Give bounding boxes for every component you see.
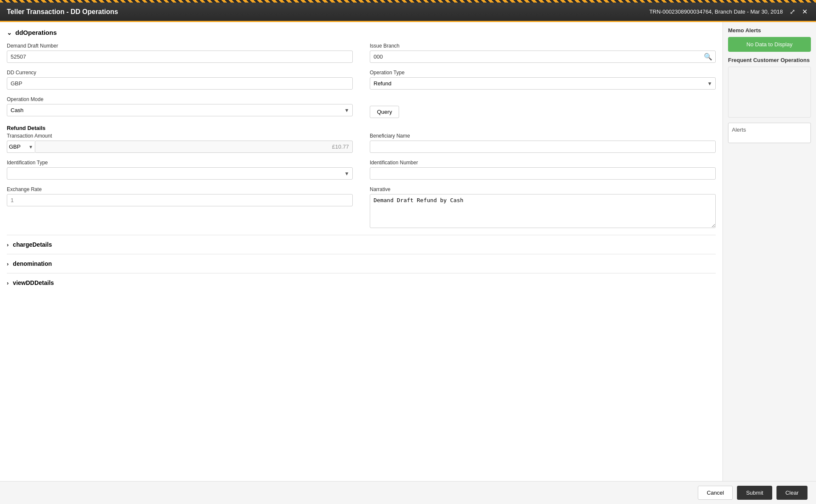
dd-operations-title: ddOperations: [15, 29, 57, 36]
view-dd-details-header[interactable]: › viewDDDetails: [7, 279, 716, 286]
title-bar-right: TRN-0002308900034764, Branch Date - Mar …: [649, 7, 809, 17]
submit-button[interactable]: Submit: [737, 486, 772, 500]
denomination-section: › denomination: [7, 254, 716, 273]
memo-alerts-title: Memo Alerts: [728, 27, 811, 34]
query-button[interactable]: Query: [370, 106, 399, 118]
identification-type-label: Identification Type: [7, 160, 353, 166]
denomination-chevron-icon: ›: [7, 261, 8, 267]
dd-currency-label: DD Currency: [7, 70, 353, 76]
exchange-rate-field: Exchange Rate: [7, 186, 353, 228]
identification-type-field: Identification Type Passport Driver Lice…: [7, 160, 353, 180]
search-icon[interactable]: 🔍: [704, 53, 712, 61]
denomination-header[interactable]: › denomination: [7, 260, 716, 267]
denomination-label: denomination: [13, 260, 52, 267]
demand-draft-number-field: Demand Draft Number: [7, 43, 353, 63]
frequent-ops-section: Frequent Customer Operations: [728, 57, 811, 118]
left-panel: ⌄ ddOperations Demand Draft Number Issue…: [0, 22, 722, 504]
close-button[interactable]: ✕: [800, 7, 809, 17]
currency-amount-row: GBP USD EUR ▼: [7, 141, 353, 153]
query-field: Query: [370, 96, 716, 118]
refund-details-header: Refund Details: [7, 125, 716, 131]
identification-number-label: Identification Number: [370, 160, 716, 166]
narrative-textarea[interactable]: Demand Draft Refund by Cash: [370, 194, 716, 228]
clear-button[interactable]: Clear: [776, 486, 808, 500]
issue-branch-input[interactable]: [370, 51, 716, 63]
main-content: ⌄ ddOperations Demand Draft Number Issue…: [0, 22, 816, 504]
demand-draft-number-input[interactable]: [7, 51, 353, 63]
narrative-field: Narrative Demand Draft Refund by Cash: [370, 186, 716, 228]
window-title: Teller Transaction - DD Operations: [7, 8, 118, 16]
operation-type-select-wrapper: Refund Cancel Revalidate ▼: [370, 77, 716, 90]
amount-input: [35, 141, 353, 153]
identification-number-input[interactable]: [370, 167, 716, 180]
dd-currency-field: DD Currency: [7, 70, 353, 90]
exchange-rate-label: Exchange Rate: [7, 186, 353, 192]
beneficiary-name-field: Beneficiary Name: [370, 133, 716, 153]
cancel-button[interactable]: Cancel: [698, 486, 733, 500]
operation-mode-select[interactable]: Cash Account: [7, 104, 353, 116]
no-data-button: No Data to Display: [728, 37, 811, 52]
alerts-box: Alerts: [728, 123, 811, 143]
alerts-label: Alerts: [732, 127, 746, 133]
title-bar: Teller Transaction - DD Operations TRN-0…: [0, 3, 816, 22]
currency-select[interactable]: GBP USD EUR: [9, 144, 28, 150]
maximize-button[interactable]: ⤢: [788, 7, 797, 17]
dd-operations-chevron[interactable]: ⌄: [7, 29, 12, 36]
transaction-amount-label: Transaction Amount: [7, 133, 353, 139]
operation-mode-label: Operation Mode: [7, 96, 353, 102]
issue-branch-input-wrapper: 🔍: [370, 51, 716, 63]
operation-type-select[interactable]: Refund Cancel Revalidate: [370, 77, 716, 90]
frequent-ops-title: Frequent Customer Operations: [728, 57, 811, 63]
refund-details-section: Refund Details Transaction Amount GBP US…: [7, 125, 716, 228]
dd-operations-section-header: ⌄ ddOperations: [7, 29, 716, 36]
right-panel: Memo Alerts No Data to Display Frequent …: [722, 22, 816, 504]
narrative-label: Narrative: [370, 186, 716, 192]
charge-details-section: › chargeDetails: [7, 235, 716, 254]
identification-type-select-wrapper: Passport Driver License ▼: [7, 167, 353, 180]
dd-currency-input[interactable]: [7, 77, 353, 90]
issue-branch-field: Issue Branch 🔍: [370, 43, 716, 63]
identification-type-select[interactable]: Passport Driver License: [7, 167, 353, 180]
frequent-ops-box: [728, 67, 811, 118]
window-controls: ⤢ ✕: [788, 7, 809, 17]
charge-details-header[interactable]: › chargeDetails: [7, 241, 716, 248]
transaction-info: TRN-0002308900034764, Branch Date - Mar …: [649, 8, 783, 15]
view-dd-details-chevron-icon: ›: [7, 280, 8, 286]
beneficiary-name-label: Beneficiary Name: [370, 133, 716, 139]
exchange-rate-input[interactable]: [7, 194, 353, 206]
footer: Cancel Submit Clear: [0, 481, 816, 504]
charge-details-chevron-icon: ›: [7, 242, 8, 248]
transaction-amount-field: Transaction Amount GBP USD EUR ▼: [7, 133, 353, 153]
operation-mode-select-wrapper: Cash Account ▼: [7, 104, 353, 116]
currency-select-wrapper: GBP USD EUR ▼: [7, 141, 35, 153]
view-dd-details-section: › viewDDDetails: [7, 273, 716, 292]
view-dd-details-label: viewDDDetails: [13, 279, 54, 286]
operation-type-label: Operation Type: [370, 70, 716, 76]
beneficiary-name-input[interactable]: [370, 141, 716, 153]
currency-arrow-icon: ▼: [28, 144, 33, 149]
demand-draft-number-label: Demand Draft Number: [7, 43, 353, 49]
issue-branch-label: Issue Branch: [370, 43, 716, 49]
operation-mode-field: Operation Mode Cash Account ▼: [7, 96, 353, 118]
refund-details-form: Transaction Amount GBP USD EUR ▼: [7, 133, 716, 228]
charge-details-label: chargeDetails: [13, 241, 52, 248]
operation-type-field: Operation Type Refund Cancel Revalidate …: [370, 70, 716, 90]
memo-alerts-section: Memo Alerts No Data to Display: [728, 27, 811, 52]
dd-operations-form: Demand Draft Number Issue Branch 🔍 DD Cu…: [7, 43, 716, 118]
identification-number-field: Identification Number: [370, 160, 716, 180]
